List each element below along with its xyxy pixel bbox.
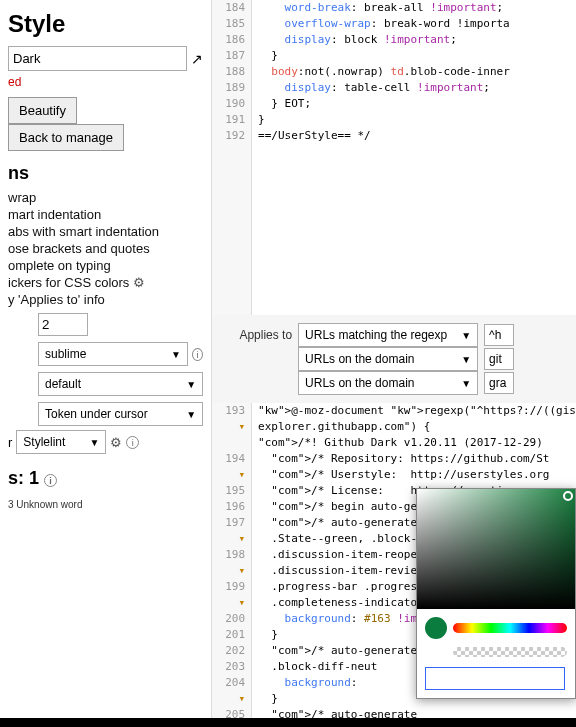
keymap-select[interactable]: sublime▼ xyxy=(38,342,188,366)
linter-label: r xyxy=(8,435,12,450)
saved-status: ed xyxy=(8,75,203,89)
page-title: Style xyxy=(8,10,203,38)
options-heading: ns xyxy=(8,163,203,184)
info-icon[interactable]: i xyxy=(44,474,57,487)
tabsize-input[interactable] xyxy=(38,313,88,336)
applies-value-input[interactable] xyxy=(484,324,514,346)
issues-heading: s: 1 i xyxy=(8,468,203,489)
option-item[interactable]: y 'Applies to' info xyxy=(8,292,203,307)
chevron-down-icon: ▼ xyxy=(186,409,196,420)
applies-type-select[interactable]: URLs matching the regexp▼ xyxy=(298,323,478,347)
style-name-input[interactable] xyxy=(8,46,187,71)
info-icon[interactable]: i xyxy=(192,348,203,361)
option-item[interactable]: abs with smart indentation xyxy=(8,224,203,239)
option-item[interactable]: ickers for CSS colors ⚙ xyxy=(8,275,203,290)
gear-icon[interactable]: ⚙ xyxy=(110,435,122,450)
option-item[interactable]: omplete on typing xyxy=(8,258,203,273)
info-icon[interactable]: i xyxy=(126,436,139,449)
color-value-input[interactable] xyxy=(425,667,565,690)
chevron-down-icon: ▼ xyxy=(89,437,99,448)
code-text[interactable]: word-break: break-all !important; overfl… xyxy=(252,0,576,315)
highlight-select[interactable]: Token under cursor▼ xyxy=(38,402,203,426)
option-item[interactable]: mart indentation xyxy=(8,207,203,222)
applies-value-input[interactable] xyxy=(484,348,514,370)
gear-icon[interactable]: ⚙ xyxy=(133,275,145,290)
chevron-down-icon: ▼ xyxy=(171,349,181,360)
beautify-button[interactable]: Beautify xyxy=(8,97,77,124)
applies-type-select[interactable]: URLs on the domain▼ xyxy=(298,347,478,371)
chevron-down-icon: ▼ xyxy=(186,379,196,390)
theme-select[interactable]: default▼ xyxy=(38,372,203,396)
external-link-icon[interactable]: ↗ xyxy=(191,51,203,67)
color-picker[interactable] xyxy=(416,488,576,699)
current-color-swatch[interactable] xyxy=(425,617,447,639)
sv-cursor[interactable] xyxy=(563,491,573,501)
applies-to-section: Applies toURLs matching the regexp▼URLs … xyxy=(212,315,576,403)
applies-to-label: Applies to xyxy=(222,328,292,342)
chevron-down-icon: ▼ xyxy=(461,378,471,389)
chevron-down-icon: ▼ xyxy=(461,354,471,365)
alpha-slider[interactable] xyxy=(453,647,567,657)
option-item[interactable]: wrap xyxy=(8,190,203,205)
sv-panel[interactable] xyxy=(417,489,575,609)
back-button[interactable]: Back to manage xyxy=(8,124,124,151)
applies-value-input[interactable] xyxy=(484,372,514,394)
linter-select[interactable]: Stylelint▼ xyxy=(16,430,106,454)
issue-item[interactable]: 3 Unknown word xyxy=(8,499,203,510)
code-editor-top[interactable]: 184185186187188189190191192 word-break: … xyxy=(212,0,576,315)
chevron-down-icon: ▼ xyxy=(461,330,471,341)
option-item[interactable]: ose brackets and quotes xyxy=(8,241,203,256)
left-panel: Style ↗ ed Beautify Back to manage ns wr… xyxy=(0,0,211,718)
applies-type-select[interactable]: URLs on the domain▼ xyxy=(298,371,478,395)
gutter: 193 ▾194 ▾195196197 ▾198 ▾199 ▾200201202… xyxy=(212,403,252,718)
gutter: 184185186187188189190191192 xyxy=(212,0,252,315)
hue-slider[interactable] xyxy=(453,623,567,633)
